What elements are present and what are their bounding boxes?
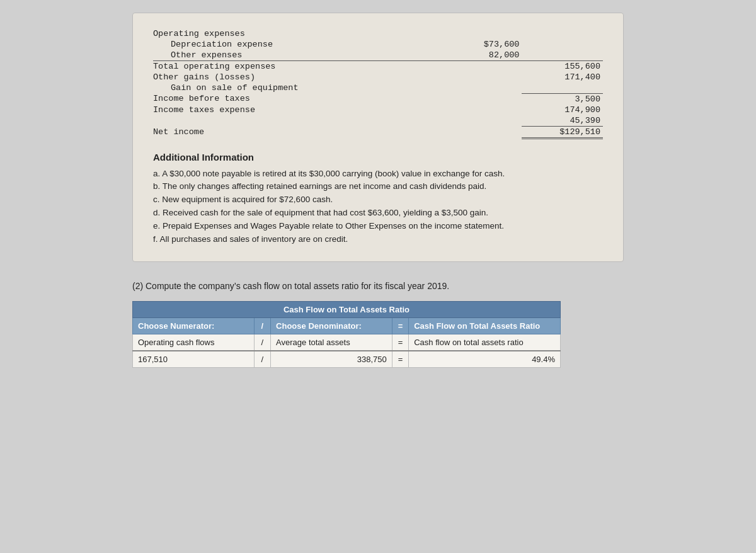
operating-expenses-header: Operating expenses	[153, 28, 603, 39]
equals2: =	[392, 334, 408, 351]
net-income-row: Net income $129,510	[153, 126, 603, 138]
additional-info-title: Additional Information	[153, 152, 603, 162]
col2-header: Choose Denominator:	[271, 318, 392, 334]
bottom-section: (2) Compute the company’s cash flow on t…	[132, 281, 624, 368]
page-wrapper: Operating expenses Depreciation expense …	[0, 0, 756, 380]
divider3: /	[254, 351, 270, 368]
net-income-static-label: Net income	[153, 126, 441, 138]
income-before-taxes-label: Income before taxes	[153, 93, 441, 105]
info-item-f: f. All purchases and sales of inventory …	[153, 233, 603, 246]
income-taxes-value: 45,390	[522, 115, 603, 127]
other-expenses-value: 82,000	[441, 50, 522, 61]
info-item-a: a. A $30,000 note payable is retired at …	[153, 168, 603, 181]
ratio-data-label-row: Operating cash flows / Average total ass…	[133, 334, 561, 351]
income-taxes-value-row: 45,390	[153, 115, 603, 127]
income-taxes-label: Income taxes expense	[153, 105, 441, 115]
other-gains-row: Other gains (losses) 171,400	[153, 72, 603, 83]
total-operating-value: 155,600	[522, 61, 603, 72]
other-expenses-label: Other expenses	[153, 50, 441, 61]
col3-header: Cash Flow on Total Assets Ratio	[409, 318, 561, 334]
ratio-main-header: Cash Flow on Total Assets Ratio	[133, 302, 561, 318]
col2-value: 338,750	[271, 351, 392, 368]
other-expenses-row: Other expenses 82,000	[153, 50, 603, 61]
info-item-e: e. Prepaid Expenses and Wages Payable re…	[153, 220, 603, 233]
depreciation-label: Depreciation expense	[153, 39, 441, 50]
info-item-c: c. New equipment is acquired for $72,600…	[153, 193, 603, 207]
divider2: /	[254, 334, 270, 351]
gain-sale-value: 3,500	[522, 93, 603, 105]
additional-info-items: a. A $30,000 note payable is retired at …	[153, 168, 603, 247]
income-table: Operating expenses Depreciation expense …	[153, 28, 603, 139]
col1-header: Choose Numerator:	[133, 318, 255, 334]
equals3: =	[392, 351, 408, 368]
income-taxes-row: Income taxes expense 174,900	[153, 105, 603, 115]
gain-sale-label: Gain on sale of equipment	[153, 83, 441, 93]
col1-label: Operating cash flows	[133, 334, 255, 351]
ratio-header-row: Cash Flow on Total Assets Ratio	[133, 302, 561, 318]
net-income-value: $129,510	[522, 126, 603, 138]
income-card: Operating expenses Depreciation expense …	[132, 13, 624, 262]
other-gains-value: 171,400	[522, 72, 603, 83]
col1-value: 167,510	[133, 351, 255, 368]
income-before-taxes-row: Income before taxes 3,500	[153, 93, 603, 105]
depreciation-row: Depreciation expense $73,600	[153, 39, 603, 50]
divider1: /	[254, 318, 270, 334]
col2-label: Average total assets	[271, 334, 392, 351]
info-item-d: d. Received cash for the sale of equipme…	[153, 207, 603, 220]
question-text: (2) Compute the company’s cash flow on t…	[132, 281, 624, 291]
col3-label: Cash flow on total assets ratio	[409, 334, 561, 351]
total-operating-row: Total operating expenses 155,600	[153, 61, 603, 72]
equals1: =	[392, 318, 408, 334]
gain-sale-row: Gain on sale of equipment	[153, 83, 603, 93]
total-operating-label: Total operating expenses	[153, 61, 441, 72]
income-before-taxes-value: 174,900	[522, 105, 603, 115]
ratio-table-wrapper: Cash Flow on Total Assets Ratio Choose N…	[132, 301, 561, 368]
depreciation-value: $73,600	[441, 39, 522, 50]
info-item-b: b. The only changes affecting retained e…	[153, 180, 603, 193]
col3-value: 49.4%	[409, 351, 561, 368]
ratio-value-row: 167,510 / 338,750 = 49.4%	[133, 351, 561, 368]
ratio-col-labels-row: Choose Numerator: / Choose Denominator: …	[133, 318, 561, 334]
ratio-table: Cash Flow on Total Assets Ratio Choose N…	[132, 301, 561, 368]
other-gains-label: Other gains (losses)	[153, 72, 441, 83]
additional-info-section: Additional Information a. A $30,000 note…	[153, 152, 603, 247]
operating-expenses-label: Operating expenses	[153, 28, 441, 39]
net-income-label	[153, 115, 441, 127]
